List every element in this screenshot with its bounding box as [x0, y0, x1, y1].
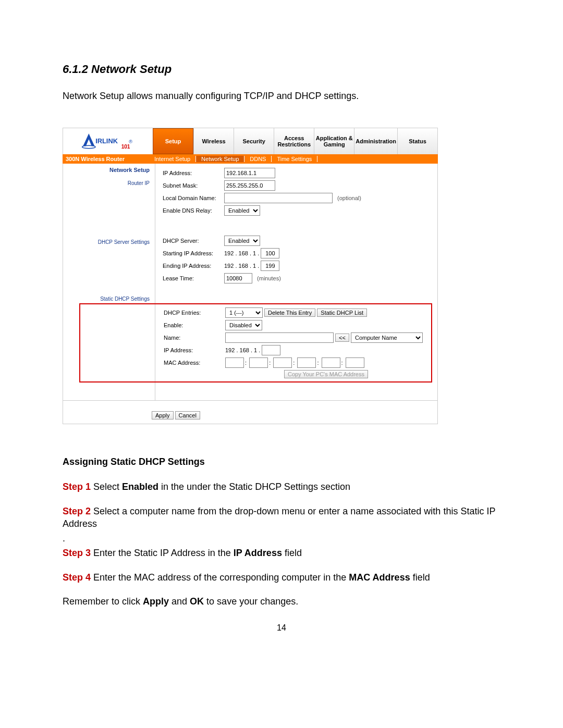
mac-5-input[interactable]: [322, 357, 340, 368]
mac-2-input[interactable]: [249, 357, 268, 368]
step-3-text-b: field: [282, 548, 302, 558]
step-1-text-b: in the under the Static DHCP Settings se…: [158, 482, 350, 492]
subtab-internet-setup[interactable]: Internet Setup: [149, 156, 196, 162]
remember-paragraph: Remember to click Apply and OK to save y…: [63, 595, 500, 608]
step-1-bold: Enabled: [122, 482, 158, 492]
side-router-ip: Router IP: [67, 180, 151, 186]
subtab-ddns[interactable]: DDNS: [244, 156, 272, 162]
remember-a: Remember to click: [63, 596, 143, 607]
arrow-button[interactable]: <<: [335, 334, 349, 342]
form-area: IP Address: Subnet Mask: Local Domain Na…: [155, 164, 437, 400]
subnet-mask-input[interactable]: [224, 180, 275, 191]
dhcp-entries-label: DHCP Entries:: [162, 306, 223, 319]
starting-ip-input[interactable]: [261, 248, 279, 258]
delete-entry-button[interactable]: Delete This Entry: [264, 309, 315, 317]
mac-4-input[interactable]: [297, 357, 316, 368]
cancel-button[interactable]: Cancel: [175, 411, 200, 419]
form-actions: Apply Cancel: [63, 401, 438, 424]
side-static-dhcp-settings: Static DHCP Settings: [67, 296, 151, 302]
router-header: IRLINK ® 101 Setup Wireless Security Acc…: [63, 128, 438, 154]
lone-dot: .: [63, 532, 500, 545]
local-domain-label: Local Domain Name:: [161, 192, 222, 204]
mac-6-input[interactable]: [346, 357, 364, 368]
sub-tabs: Internet Setup Network Setup DDNS Time S…: [149, 156, 317, 162]
mac-3-input[interactable]: [273, 357, 292, 368]
lease-time-input[interactable]: [224, 273, 252, 283]
starting-ip-label: Starting IP Address:: [161, 247, 222, 260]
step-1-label: Step 1: [63, 482, 91, 492]
step-1-text-a: Select: [91, 482, 122, 492]
minutes-note: (minutes): [257, 275, 281, 281]
ip-prefix-text: 192 . 168 . 1 .: [224, 250, 259, 256]
nav-security[interactable]: Security: [234, 128, 274, 154]
nav-application-gaming[interactable]: Application & Gaming: [314, 128, 354, 154]
remember-c: to save your changes.: [204, 596, 298, 607]
computer-name-select[interactable]: Computer Name: [351, 332, 423, 343]
copy-mac-button[interactable]: Copy Your PC's MAC Address: [284, 370, 368, 378]
step-3-bold: IP Address: [234, 548, 282, 558]
remember-ok: OK: [190, 596, 204, 607]
static-ip-label: IP Address:: [162, 344, 223, 356]
mac-sep: :: [317, 360, 319, 366]
dns-relay-select[interactable]: Enabled: [224, 205, 260, 216]
step-1-paragraph: Step 1 Select Enabled in the under the S…: [63, 480, 500, 493]
subnet-mask-label: Subnet Mask:: [161, 179, 222, 192]
side-dhcp-server-settings: DHCP Server Settings: [67, 239, 151, 245]
step-4-text-a: Enter the MAC address of the correspondi…: [91, 572, 349, 583]
mac-address-label: MAC Address:: [162, 356, 223, 369]
nav-status[interactable]: Status: [397, 128, 437, 154]
airlink-logo-icon: IRLINK ® 101: [79, 131, 137, 151]
step-3-label: Step 3: [63, 548, 91, 558]
page-number: 14: [63, 623, 500, 633]
ip-address-input[interactable]: [224, 168, 275, 178]
name-label: Name:: [162, 331, 223, 344]
step-4-paragraph: Step 4 Enter the MAC address of the corr…: [63, 571, 500, 584]
svg-text:101: 101: [121, 144, 130, 150]
static-ip-prefix: 192 . 168 . 1 .: [225, 347, 260, 353]
section-heading: 6.1.2 Network Setup: [63, 63, 500, 76]
step-4-bold: MAC Address: [349, 572, 410, 583]
step-2-label: Step 2: [63, 506, 91, 516]
step-2-paragraph: Step 2 Select a computer name from the d…: [63, 505, 500, 530]
router-ip-section: IP Address: Subnet Mask: Local Domain Na…: [161, 167, 432, 235]
step-3-paragraph: Step 3 Enter the Static IP Address in th…: [63, 547, 500, 559]
remember-mid: and: [169, 596, 190, 607]
sub-nav-bar: 300N Wireless Router Internet Setup Netw…: [63, 154, 438, 164]
static-ip-input[interactable]: [262, 345, 280, 355]
mac-sep: :: [341, 360, 343, 366]
nav-access-restrictions[interactable]: Access Restrictions: [274, 128, 314, 154]
lease-time-label: Lease Time:: [161, 272, 222, 285]
ip-address-label: IP Address:: [161, 167, 222, 179]
step-3-text-a: Enter the Static IP Address in the: [91, 548, 234, 558]
step-2-text: Select a computer name from the drop-dow…: [63, 506, 495, 529]
apply-button[interactable]: Apply: [152, 411, 174, 419]
svg-text:IRLINK: IRLINK: [95, 137, 118, 145]
router-admin-panel: IRLINK ® 101 Setup Wireless Security Acc…: [63, 128, 438, 424]
dhcp-server-select[interactable]: Enabled: [224, 236, 260, 246]
intro-paragraph: Network Setup allows manually configurin…: [63, 91, 500, 102]
name-input[interactable]: [225, 332, 334, 343]
svg-point-0: [82, 145, 96, 149]
static-dhcp-highlight: DHCP Entries: 1 (---) Delete This Entry …: [79, 303, 432, 382]
nav-setup[interactable]: Setup: [153, 128, 193, 154]
mac-sep: :: [269, 360, 271, 366]
mac-1-input[interactable]: [225, 357, 244, 368]
step-4-label: Step 4: [63, 572, 91, 583]
ending-ip-label: Ending IP Address:: [161, 260, 222, 272]
step-4-text-b: field: [410, 572, 430, 583]
ending-ip-input[interactable]: [261, 261, 279, 271]
dhcp-server-section: DHCP Server: Enabled Starting IP Address…: [161, 235, 432, 302]
subtab-time-settings[interactable]: Time Settings: [272, 156, 317, 162]
nav-administration[interactable]: Administration: [354, 128, 397, 154]
nav-wireless[interactable]: Wireless: [193, 128, 234, 154]
static-dhcp-list-button[interactable]: Static DHCP List: [317, 309, 367, 317]
ip-prefix-text: 192 . 168 . 1 .: [224, 263, 259, 269]
remember-apply: Apply: [143, 596, 169, 607]
router-model-label: 300N Wireless Router: [63, 156, 149, 162]
enable-select[interactable]: Disabled: [225, 320, 262, 330]
dhcp-entries-select[interactable]: 1 (---): [225, 307, 263, 318]
local-domain-input[interactable]: [224, 193, 333, 203]
subtab-network-setup[interactable]: Network Setup: [196, 156, 244, 162]
enable-label: Enable:: [162, 319, 223, 331]
mac-sep: :: [245, 360, 247, 366]
